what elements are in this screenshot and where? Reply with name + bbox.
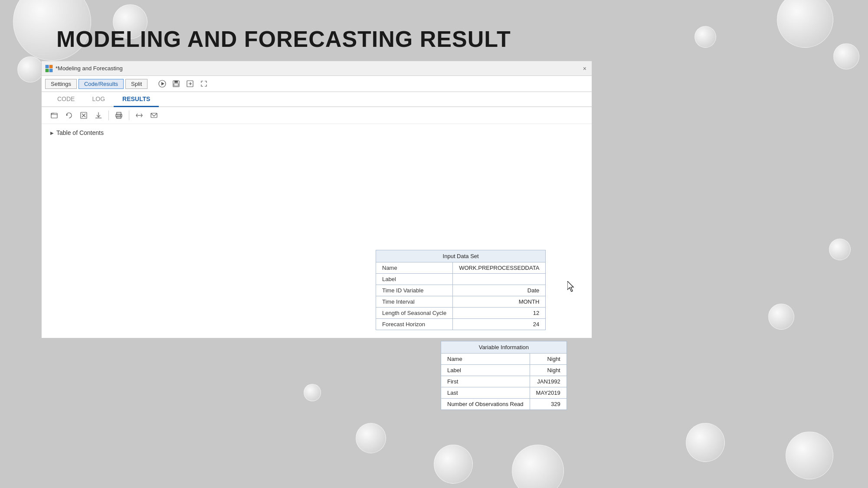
field-label-value <box>453 274 546 285</box>
var-label-value: Night <box>530 365 567 376</box>
tab-title-label: *Modeling and Forecasting <box>56 65 581 72</box>
fullscreen-button[interactable] <box>198 78 210 90</box>
expand-icon <box>200 80 208 88</box>
settings-button[interactable]: Settings <box>45 79 77 89</box>
tab-results[interactable]: RESULTS <box>114 92 159 107</box>
svg-rect-18 <box>117 112 121 115</box>
svg-rect-7 <box>174 81 178 83</box>
table-row: Forecast Horizon 24 <box>376 319 546 330</box>
var-first-label: First <box>441 376 530 387</box>
var-obs-value: 329 <box>530 399 567 410</box>
toolbar-divider-2 <box>129 111 129 120</box>
svg-rect-1 <box>49 65 52 68</box>
main-panel: *Modeling and Forecasting × Settings Cod… <box>41 61 592 338</box>
save-button[interactable] <box>170 78 182 90</box>
decorative-circle-7 <box>686 423 725 462</box>
table-row: Last MAY2019 <box>441 387 567 399</box>
field-name-label: Name <box>376 262 453 274</box>
content-area: Input Data Set Name WORK.PREPROCESSEDDAT… <box>42 141 592 357</box>
field-horizon-label: Forecast Horizon <box>376 319 453 330</box>
field-timeinterval-label: Time Interval <box>376 296 453 308</box>
field-timeid-label: Time ID Variable <box>376 285 453 296</box>
toc-section[interactable]: ▶ Table of Contents <box>42 124 592 141</box>
toc-label: Table of Contents <box>56 129 104 136</box>
svg-point-21 <box>120 115 121 116</box>
table-row: Time Interval MONTH <box>376 296 546 308</box>
table-row: Label Night <box>441 365 567 376</box>
svg-rect-8 <box>174 84 178 86</box>
tab-code[interactable]: CODE <box>49 92 83 107</box>
var-name-value: Night <box>530 354 567 365</box>
save-icon <box>172 80 180 88</box>
var-label-label: Label <box>441 365 530 376</box>
var-name-label: Name <box>441 354 530 365</box>
results-toolbar <box>42 107 592 124</box>
svg-rect-11 <box>51 113 57 118</box>
table-row: Label <box>376 274 546 285</box>
variable-info-table: Variable Information Name Night Label Ni… <box>441 341 567 410</box>
decorative-circle-12 <box>768 304 794 330</box>
expand-results-icon <box>135 111 143 119</box>
field-name-value: WORK.PREPROCESSEDDATA <box>453 262 546 274</box>
open-results-button[interactable] <box>49 110 60 121</box>
run-button[interactable] <box>156 78 168 90</box>
var-last-value: MAY2019 <box>530 387 567 399</box>
download-icon <box>95 111 102 119</box>
decorative-circle-9 <box>356 423 386 453</box>
email-results-button[interactable] <box>148 110 160 121</box>
table-row: First JAN1992 <box>441 376 567 387</box>
var-obs-label: Number of Observations Read <box>441 399 530 410</box>
field-timeinterval-value: MONTH <box>453 296 546 308</box>
view-toolbar: Settings Code/Results Split <box>42 76 592 92</box>
split-button[interactable]: Split <box>125 79 147 89</box>
decorative-circle-8 <box>786 432 833 479</box>
close-results-icon <box>80 111 88 119</box>
decorative-circle-3 <box>17 56 43 82</box>
field-label-label: Label <box>376 274 453 285</box>
print-results-button[interactable] <box>113 110 124 121</box>
tab-bar: *Modeling and Forecasting × <box>42 61 592 76</box>
var-last-label: Last <box>441 387 530 399</box>
table-row: Name Night <box>441 354 567 365</box>
field-seasonal-label: Length of Seasonal Cycle <box>376 308 453 319</box>
code-results-button[interactable]: Code/Results <box>79 79 124 89</box>
sub-tab-bar: CODE LOG RESULTS <box>42 92 592 107</box>
decorative-circle-4 <box>777 0 833 48</box>
decorative-circle-6 <box>833 43 859 69</box>
table-row: Time ID Variable Date <box>376 285 546 296</box>
decorative-circle-5 <box>694 26 716 48</box>
field-seasonal-value: 12 <box>453 308 546 319</box>
field-timeid-value: Date <box>453 285 546 296</box>
input-dataset-header: Input Data Set <box>376 250 546 262</box>
download-results-button[interactable] <box>93 110 104 121</box>
export-button[interactable] <box>184 78 196 90</box>
toc-arrow-icon: ▶ <box>50 131 54 135</box>
refresh-icon <box>65 111 73 119</box>
page-title: MODELING AND FORECASTING RESULT <box>56 26 511 52</box>
refresh-results-button[interactable] <box>63 110 75 121</box>
open-icon <box>50 111 58 119</box>
tab-log[interactable]: LOG <box>83 92 114 107</box>
svg-marker-5 <box>161 82 164 85</box>
close-results-button[interactable] <box>78 110 89 121</box>
tab-close-button[interactable]: × <box>581 65 588 72</box>
module-icon <box>45 65 53 72</box>
toolbar-divider <box>108 111 109 120</box>
field-horizon-value: 24 <box>453 319 546 330</box>
input-dataset-table: Input Data Set Name WORK.PREPROCESSEDDAT… <box>376 250 546 330</box>
decorative-circle-14 <box>304 384 321 401</box>
var-first-value: JAN1992 <box>530 376 567 387</box>
icon-toolbar <box>156 78 210 90</box>
svg-marker-12 <box>66 114 68 116</box>
email-icon <box>150 111 158 119</box>
decorative-circle-11 <box>512 445 564 488</box>
variable-info-header: Variable Information <box>441 341 567 354</box>
print-icon <box>115 111 123 119</box>
svg-rect-2 <box>46 69 49 72</box>
table-row: Number of Observations Read 329 <box>441 399 567 410</box>
decorative-circle-10 <box>434 445 473 484</box>
svg-rect-3 <box>49 69 52 72</box>
expand-results-button[interactable] <box>134 110 145 121</box>
table-row: Name WORK.PREPROCESSEDDATA <box>376 262 546 274</box>
decorative-circle-13 <box>829 239 851 260</box>
